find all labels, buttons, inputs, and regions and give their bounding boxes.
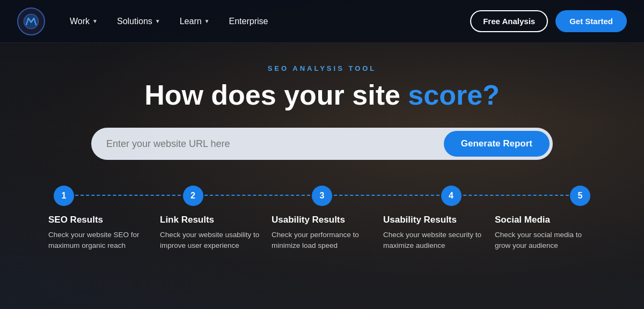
step-circle-4: 4: [441, 186, 462, 206]
step-item-1: SEO Results Check your website SEO for m…: [43, 215, 155, 252]
generate-report-button[interactable]: Generate Report: [444, 131, 550, 157]
free-analysis-button[interactable]: Free Analysis: [470, 10, 548, 32]
step-desc-5: Check your social media to grow your aud…: [495, 230, 596, 252]
step-circle-1: 1: [54, 186, 74, 206]
get-started-button[interactable]: Get Started: [555, 10, 627, 32]
logo[interactable]: [17, 8, 45, 35]
step-desc-1: Check your website SEO for maximum organ…: [48, 230, 149, 252]
step-circle-5: 5: [570, 186, 590, 206]
step-desc-2: Check your website usability to improve …: [160, 230, 261, 252]
nav-links: Work ▼ Solutions ▼ Learn ▼ Enterprise: [62, 12, 470, 31]
nav-item-solutions[interactable]: Solutions ▼: [109, 12, 168, 31]
step-item-4: Usability Results Check your website sec…: [378, 215, 489, 252]
hero-title: How does your site score?: [144, 80, 500, 111]
step-circle-2: 2: [183, 186, 203, 206]
step-item-5: Social Media Check your social media to …: [489, 215, 601, 252]
step-desc-4: Check your website security to maximize …: [383, 230, 484, 252]
steps-container: 1 2 3 4 5 SEO Results Check your website…: [0, 186, 644, 252]
hero-section: SEO ANALYSIS TOOL How does your site sco…: [0, 43, 644, 186]
step-title-2: Link Results: [160, 215, 261, 225]
navbar: Work ▼ Solutions ▼ Learn ▼ Enterprise Fr…: [0, 0, 644, 43]
step-title-1: SEO Results: [48, 215, 149, 225]
step-title-3: Usability Results: [272, 215, 372, 225]
step-title-4: Usability Results: [383, 215, 484, 225]
step-desc-3: Check your performance to minimize load …: [272, 230, 372, 252]
chevron-down-icon: ▼: [155, 18, 160, 24]
step-circle-3: 3: [312, 186, 332, 206]
step-title-5: Social Media: [495, 215, 596, 225]
search-bar: Generate Report: [91, 128, 553, 160]
nav-item-enterprise[interactable]: Enterprise: [222, 12, 276, 31]
nav-item-work[interactable]: Work ▼: [62, 12, 105, 31]
step-item-2: Link Results Check your website usabilit…: [155, 215, 266, 252]
nav-actions: Free Analysis Get Started: [470, 10, 627, 32]
step-item-3: Usability Results Check your performance…: [266, 215, 378, 252]
chevron-down-icon: ▼: [92, 18, 98, 24]
hero-subtitle: SEO ANALYSIS TOOL: [268, 64, 377, 72]
chevron-down-icon: ▼: [204, 18, 210, 24]
url-input[interactable]: [106, 138, 444, 150]
nav-item-learn[interactable]: Learn ▼: [172, 12, 217, 31]
steps-row: SEO Results Check your website SEO for m…: [21, 215, 623, 252]
hero-title-accent: score?: [408, 79, 500, 111]
steps-timeline: 1 2 3 4 5: [21, 186, 623, 206]
